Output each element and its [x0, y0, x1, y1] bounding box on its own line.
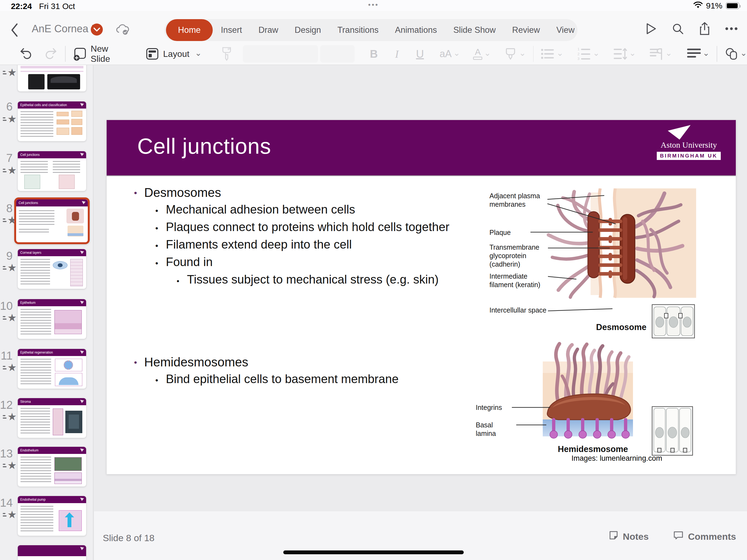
- search-button[interactable]: [670, 21, 685, 36]
- notes-icon: [609, 531, 618, 542]
- thumbnail-number: 7: [0, 152, 12, 164]
- chevron-down-icon: ⌄: [484, 48, 491, 58]
- thumbnail-number: 14: [0, 496, 12, 509]
- editing-canvas[interactable]: Cell junctions Aston University BIRMINGH…: [94, 65, 747, 560]
- diagram-caption: Desmosome: [596, 322, 646, 332]
- tab-design[interactable]: Design: [287, 19, 330, 41]
- thumbnail-number: 10: [0, 299, 12, 312]
- align-button[interactable]: [687, 47, 701, 61]
- tab-slideshow[interactable]: Slide Show: [445, 19, 504, 41]
- present-button[interactable]: [644, 21, 659, 36]
- paragraph-button[interactable]: [649, 47, 664, 61]
- italic-button[interactable]: I: [395, 48, 398, 60]
- slide-title[interactable]: Cell junctions: [137, 134, 271, 159]
- thumbnail-slide-13[interactable]: Endothelium: [18, 447, 86, 487]
- font-color-button[interactable]: A: [473, 48, 482, 60]
- slide-body-text-box[interactable]: Desmosomes Mechanical adhesion between c…: [134, 185, 495, 390]
- numbered-list-button[interactable]: 123: [577, 47, 591, 61]
- thumbnail-slide-5[interactable]: [18, 65, 86, 92]
- undo-button[interactable]: [19, 47, 33, 61]
- thumbnail-number: 6: [0, 100, 12, 113]
- tab-review[interactable]: Review: [504, 19, 548, 41]
- transition-star-icon: ★: [3, 114, 17, 124]
- bullet-item: Found in: [134, 255, 495, 273]
- date: Fri 31 Oct: [39, 2, 75, 11]
- comments-icon: [673, 531, 684, 542]
- tab-transitions[interactable]: Transitions: [329, 19, 387, 41]
- back-button[interactable]: [8, 22, 21, 38]
- highlighter-button[interactable]: [504, 47, 517, 61]
- slide-8-canvas[interactable]: Cell junctions Aston University BIRMINGH…: [106, 120, 736, 475]
- cloud-sync-icon[interactable]: [115, 23, 130, 37]
- thumbnail-slide-12[interactable]: Stroma: [18, 398, 86, 438]
- font-name-field[interactable]: [243, 45, 318, 62]
- document-menu-badge[interactable]: [91, 24, 103, 35]
- wifi-icon: [693, 2, 703, 10]
- svg-text:2: 2: [577, 52, 579, 56]
- tab-draw[interactable]: Draw: [250, 19, 286, 41]
- bullet-item: Hemidesmosomes: [134, 355, 495, 372]
- bullet-list-button[interactable]: [541, 47, 555, 61]
- chevron-down-icon: ⌄: [593, 48, 600, 58]
- tab-view[interactable]: View: [548, 19, 583, 41]
- font-size-field[interactable]: [320, 45, 355, 62]
- share-button[interactable]: [697, 21, 712, 36]
- thumbnail-slide-14[interactable]: Endothelial pump: [18, 496, 86, 536]
- document-title[interactable]: AnE Cornea I: [32, 23, 94, 35]
- shapes-button[interactable]: [724, 47, 739, 61]
- slide-counter: Slide 8 of 18: [103, 533, 154, 543]
- aston-logo-triangle-icon: [668, 125, 693, 142]
- battery-icon: [726, 2, 739, 9]
- chevron-down-icon: ⌄: [557, 48, 563, 58]
- chevron-down-icon: ⌄: [703, 48, 710, 58]
- transition-star-icon: ★: [3, 262, 17, 273]
- format-painter-icon[interactable]: [220, 47, 233, 61]
- notes-button[interactable]: Notes: [609, 531, 649, 542]
- multitask-handle-icon[interactable]: •••: [368, 1, 379, 9]
- slide-title-bar[interactable]: Cell junctions Aston University BIRMINGH…: [107, 120, 736, 175]
- thumbnail-number: 8: [0, 202, 12, 215]
- diagram-label: Intercellullar space: [489, 306, 548, 314]
- line-spacing-button[interactable]: [613, 47, 627, 61]
- image-credit: Images: lumenlearning.com: [571, 454, 662, 463]
- comments-button[interactable]: Comments: [673, 531, 736, 542]
- svg-text:1: 1: [577, 47, 579, 51]
- more-button[interactable]: [724, 21, 739, 36]
- tab-home[interactable]: Home: [166, 19, 213, 41]
- chevron-down-icon: ⌄: [665, 48, 672, 58]
- diagram-caption: Hemidesmosome: [558, 444, 628, 454]
- tab-animations[interactable]: Animations: [387, 19, 445, 41]
- thumbnail-slide-8-selected[interactable]: Cell junctions: [14, 198, 90, 244]
- hemidesmosome-diagram-image[interactable]: Integrins Basal lamina Hemidesmosome: [476, 341, 697, 457]
- home-indicator-bar[interactable]: [283, 551, 464, 554]
- thumbnail-slide-9[interactable]: Corneal layers: [18, 249, 86, 289]
- text-size-button[interactable]: aA: [440, 48, 452, 59]
- diagram-label: Basal lamina: [476, 421, 506, 438]
- layout-button[interactable]: Layout ⌄: [145, 47, 202, 61]
- bullet-item: Tissues subject to mechanical stress (e.…: [134, 273, 495, 290]
- diagram-label: Intermediate filament (keratin): [489, 272, 548, 289]
- transition-star-icon: ★: [3, 67, 17, 78]
- thumbnail-slide-10[interactable]: Epithelium: [18, 299, 86, 339]
- transition-star-icon: ★: [3, 362, 17, 373]
- bold-button[interactable]: B: [370, 48, 378, 60]
- desmosome-diagram-image[interactable]: Adjacent plasma membranes Plaque Transme…: [489, 188, 697, 339]
- bullet-item: Mechanical adhesion between cells: [134, 203, 495, 220]
- tab-insert[interactable]: Insert: [213, 19, 251, 41]
- new-slide-button[interactable]: New Slide: [73, 44, 130, 64]
- thumbnail-number: 9: [0, 249, 12, 262]
- thumbnail-slide-7[interactable]: Cell junctions: [18, 151, 86, 191]
- bullet-item: Desmosomes: [134, 185, 495, 203]
- layout-icon: [145, 47, 159, 61]
- slide-thumbnail-panel: ★ 6 ★ Epithelial cells and classificatio…: [0, 65, 94, 560]
- underline-button[interactable]: U: [416, 48, 424, 60]
- transition-star-icon: ★: [3, 312, 17, 323]
- thumbnail-slide-15[interactable]: [18, 545, 86, 560]
- transition-star-icon: ★: [3, 509, 17, 520]
- thumbnail-number: 13: [0, 447, 12, 460]
- battery-percent: 91%: [706, 1, 722, 10]
- thumbnail-slide-6[interactable]: Epithelial cells and classification: [18, 101, 86, 142]
- chevron-down-icon: ⌄: [519, 48, 526, 58]
- redo-button[interactable]: [44, 47, 58, 61]
- thumbnail-slide-11[interactable]: Epithelial regeneration: [18, 349, 86, 389]
